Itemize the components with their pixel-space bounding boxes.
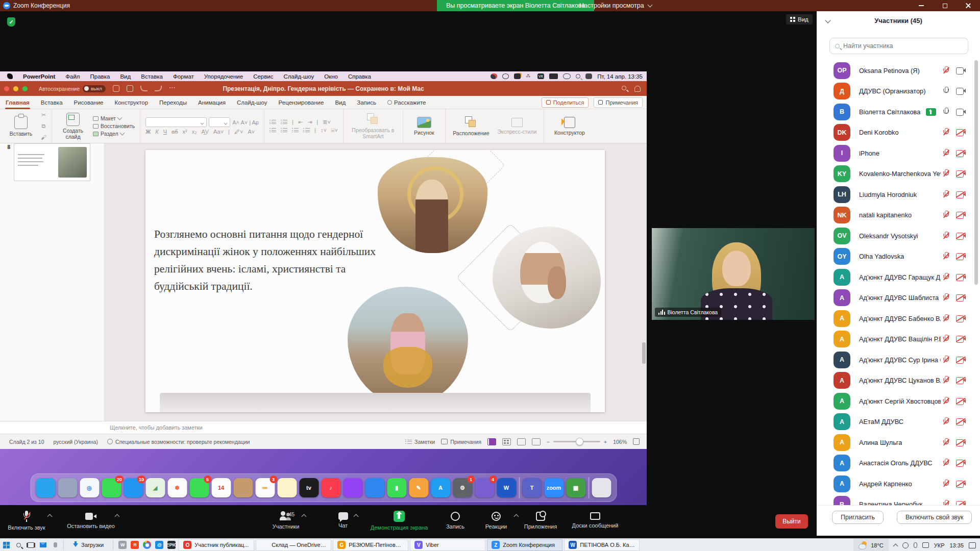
dock-icon[interactable]: ≔ 3 — [255, 478, 275, 497]
comments-button[interactable]: Примечания — [594, 97, 643, 108]
undo-icon[interactable] — [140, 86, 148, 91]
security-shield-icon[interactable]: ✓ — [7, 17, 15, 27]
dock-icon[interactable]: ◢ — [145, 478, 165, 497]
view-settings-menu[interactable]: Настройки просмотра — [579, 0, 652, 11]
mac-menu-item[interactable]: Слайд-шоу — [279, 73, 320, 80]
layout-button[interactable]: Макет — [93, 115, 135, 121]
mic-status-icon[interactable] — [943, 376, 949, 385]
dock-icon[interactable] — [343, 478, 362, 497]
picture-button[interactable]: Рисунок — [408, 117, 440, 136]
camera-status-icon[interactable] — [956, 88, 966, 94]
section-button[interactable]: Раздел — [93, 131, 135, 137]
dock-icon[interactable]: T — [522, 478, 542, 497]
camera-status-icon[interactable] — [956, 294, 966, 301]
chevron-up-icon[interactable] — [354, 514, 359, 519]
notes-pane[interactable]: Щелкните, чтобы добавить заметки — [0, 421, 647, 434]
camera-status-icon[interactable] — [956, 398, 966, 405]
christian-saint-image[interactable] — [378, 157, 487, 253]
taskbar-app-button[interactable]: Склад — OneDrive - ... — [256, 539, 331, 551]
camera-status-icon[interactable] — [956, 439, 966, 446]
camera-status-icon[interactable] — [956, 191, 966, 198]
muslim-woman-image[interactable] — [493, 227, 601, 329]
dock-icon[interactable] — [588, 477, 589, 498]
dock-icon[interactable] — [277, 478, 297, 497]
font-format-buttons[interactable]: ЖКЧабх²х₂А̲VАа˅ | 🖉˅А˅ — [145, 129, 259, 135]
mic-status-icon[interactable] — [943, 252, 949, 261]
mail-app-icon[interactable] — [37, 539, 49, 551]
mic-status-icon[interactable] — [943, 438, 949, 447]
participant-row[interactable]: А Анастасія Оголь ДДУВС — [817, 453, 980, 474]
slide-sorter-button[interactable] — [502, 438, 511, 445]
mic-status-icon[interactable] — [943, 87, 949, 95]
mic-status-icon[interactable] — [943, 149, 949, 158]
clock[interactable]: 13:35 — [949, 542, 964, 548]
dock-icon[interactable]: W — [497, 478, 516, 497]
mic-status-icon[interactable] — [943, 190, 949, 199]
quick-launch-icon[interactable]: W — [118, 541, 127, 549]
mic-status-icon[interactable] — [943, 169, 949, 178]
taskbar-app-button[interactable]: W ПЕТІНОВА О.Б. Кадр... — [564, 539, 640, 551]
dock-icon[interactable] — [592, 478, 611, 497]
mic-status-icon[interactable] — [943, 66, 949, 75]
camera-status-icon[interactable] — [956, 170, 966, 177]
camera-status-icon[interactable] — [956, 460, 966, 466]
participant-row[interactable]: I iPhone — [817, 143, 980, 164]
camera-status-icon[interactable] — [956, 67, 966, 74]
maximize-button[interactable] — [933, 0, 957, 11]
mic-status-icon[interactable] — [943, 417, 949, 426]
participant-row[interactable]: OV Oleksandr Vysotskyi — [817, 226, 980, 246]
paste-button[interactable]: Вставить — [5, 116, 37, 137]
quick-styles-button[interactable]: Экспресс-стили — [496, 118, 538, 135]
unmute-self-button[interactable]: Включить свой звук — [897, 511, 972, 524]
ribbon-tab[interactable]: Слайд-шоу — [231, 96, 273, 109]
mac-menu-item[interactable]: Вид — [115, 73, 136, 80]
mic-status-icon[interactable] — [943, 108, 949, 116]
timer-icon[interactable] — [502, 73, 509, 79]
display-rec-icon[interactable] — [514, 73, 521, 79]
designer-button[interactable]: Конструктор — [549, 117, 590, 136]
dock-icon[interactable]: ⚙ 1 — [453, 478, 472, 497]
taskbar-app-button[interactable]: O Участник публикац... — [179, 539, 254, 551]
camera-status-icon[interactable] — [956, 233, 966, 239]
participant-row[interactable]: Д ДДУВС (Организатор) — [817, 81, 980, 102]
list-buttons[interactable]: | ⇤⇥ | ≣˅ — [270, 119, 338, 126]
accessibility-status[interactable]: Специальные возможности: проверьте реком… — [107, 439, 250, 445]
mac-menu-item[interactable]: Упорядочение — [199, 73, 248, 80]
new-slide-button[interactable]: Создать слайд — [57, 113, 89, 140]
participant-row[interactable]: А Ад'юнкт ДДУВС Сур Ірина Сер... — [817, 349, 980, 370]
participant-row[interactable]: OY Olha Yadlovska — [817, 246, 980, 267]
ribbon-tab[interactable]: Главная — [0, 96, 35, 109]
mic-status-icon[interactable] — [943, 314, 949, 323]
camera-status-icon[interactable] — [956, 481, 966, 487]
participant-row[interactable]: В Віолетта Світлакова — [817, 102, 980, 122]
quick-launch-icon[interactable]: EPIC — [167, 541, 176, 549]
dock-icon[interactable] — [58, 478, 77, 497]
mic-status-icon[interactable] — [943, 273, 949, 282]
participant-row[interactable]: LH Liudmyla Horodniuk — [817, 184, 980, 205]
align-buttons[interactable]: | ↕˅⌸˅ — [270, 127, 338, 134]
ribbon-tab[interactable]: Рисование — [68, 96, 109, 109]
dock-icon[interactable]: ◎ — [80, 478, 99, 497]
ribbon-tab[interactable]: Анимация — [192, 96, 231, 109]
share-user-icon[interactable] — [634, 86, 641, 92]
dock-icon[interactable]: A — [431, 478, 450, 497]
panel-scrollbar[interactable] — [974, 60, 978, 285]
comments-toggle[interactable]: Примечания — [441, 439, 481, 445]
dock-icon[interactable]: 20 — [102, 478, 121, 497]
camera-status-icon[interactable] — [956, 418, 966, 425]
camera-status-icon[interactable] — [956, 150, 966, 157]
autosave-toggle[interactable]: выкл — [83, 85, 106, 92]
ribbon-tab[interactable]: Рецензирование — [273, 96, 330, 109]
zoom-slider[interactable]: − + — [547, 439, 607, 445]
invite-button[interactable]: Пригласить — [832, 511, 884, 524]
redo-icon[interactable] — [155, 86, 162, 91]
participant-row[interactable]: А Ад'юнкт Сергій Хвостовцов — [817, 391, 980, 412]
chevron-up-icon[interactable] — [47, 514, 53, 519]
current-slide-canvas[interactable]: Розглянемо основні питання щодо гендерно… — [145, 150, 605, 412]
chat-button[interactable]: Чат — [312, 511, 374, 529]
home-icon[interactable] — [113, 85, 119, 92]
zoom-out-icon[interactable]: − — [547, 439, 550, 445]
control-center-icon[interactable] — [585, 73, 592, 79]
dock-icon[interactable] — [365, 478, 384, 497]
participant-row[interactable]: OP Oksana Petinova (Я) — [817, 60, 980, 81]
